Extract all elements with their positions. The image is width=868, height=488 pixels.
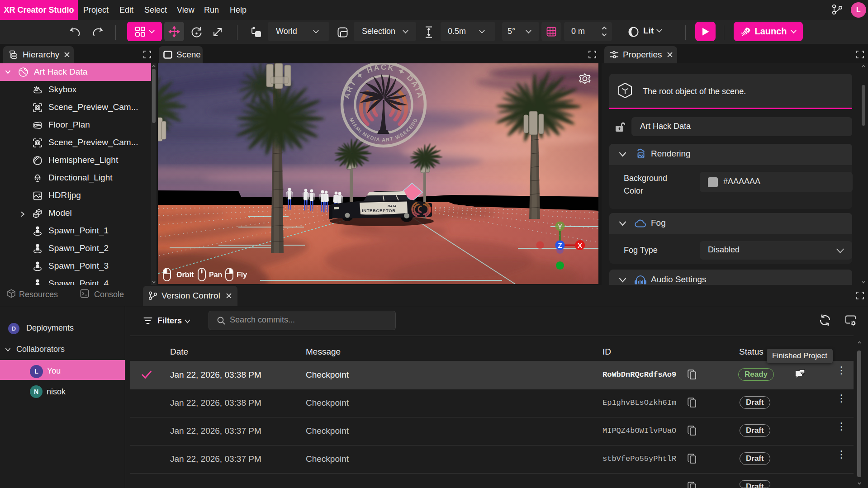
svg-text:Z: Z	[558, 242, 562, 249]
svg-text:Orbit: Orbit	[176, 271, 194, 279]
svg-text:DATA: DATA	[388, 204, 397, 208]
svg-text:Fly: Fly	[237, 271, 247, 279]
svg-text:Y: Y	[558, 223, 562, 230]
svg-text:INTERCEPTOR: INTERCEPTOR	[362, 208, 395, 213]
svg-text:Pan: Pan	[209, 271, 222, 279]
svg-text:X: X	[578, 242, 582, 249]
